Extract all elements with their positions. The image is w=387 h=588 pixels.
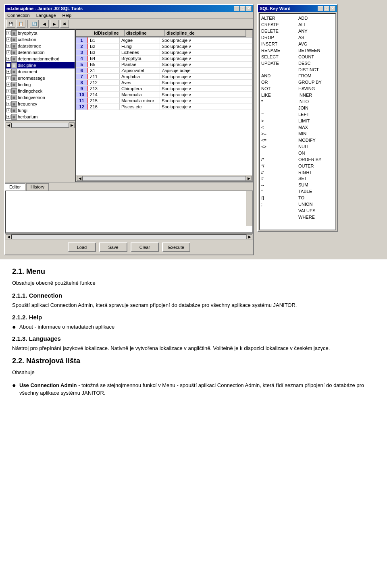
tree-expand-icon[interactable]: + [6, 102, 10, 106]
tab-history[interactable]: History [26, 183, 49, 190]
table-row[interactable]: 4 B4 Bryophyta Spolupracuje v [76, 56, 252, 62]
tree-expand-icon[interactable]: + [6, 76, 10, 80]
kw-item[interactable]: TABLE [298, 188, 334, 195]
editor-scroll-right[interactable]: ▶ [247, 234, 252, 239]
kw-item[interactable]: WHERE [298, 214, 334, 221]
tree-expand-icon[interactable]: + [6, 70, 10, 74]
grid-scroll-left[interactable]: ◀ [77, 176, 83, 181]
kw-item[interactable]: /* [261, 157, 297, 163]
kw-item[interactable]: LEFT [298, 112, 334, 118]
kw-item[interactable]: < [261, 124, 297, 131]
table-row[interactable]: 12 Z16 Pisces.etc Spolupracuje v [76, 104, 252, 110]
kw-item[interactable]: ANY [298, 28, 334, 35]
table-row[interactable]: 11 Z15 Mammalia minor Spolupracuje v [76, 98, 252, 104]
editor-body[interactable] [5, 190, 253, 233]
table-row[interactable]: 10 Z14 Mammalia Spolupracuje v [76, 92, 252, 98]
tb-delete-btn[interactable]: ✖ [60, 20, 69, 28]
kw-item[interactable]: <> [261, 144, 297, 150]
kw-item[interactable]: ADD [298, 15, 334, 22]
table-row[interactable]: 3 B3 Lichenes Spolupracuje v [76, 50, 252, 56]
tb-edit-btn[interactable]: 📋 [17, 20, 25, 28]
col-header-desc[interactable]: discipline_de [165, 30, 246, 37]
tree-item-frequency[interactable]: + ▤ frequency [6, 101, 75, 107]
kw-item[interactable]: DESC [298, 60, 334, 67]
kw-item[interactable]: = [261, 112, 297, 118]
tree-item-collection[interactable]: + ▤ collection [6, 36, 75, 43]
kw-item[interactable]: DELETE [261, 28, 297, 35]
table-row[interactable]: 5 B5 Plantae Spolupracuje v [76, 62, 252, 68]
save-button[interactable]: Save [99, 242, 127, 252]
table-row[interactable]: 1 B1 Algae Spolupracuje v [76, 37, 252, 43]
kw-item[interactable]: # [261, 176, 297, 182]
kw-item[interactable]: NULL [298, 144, 334, 150]
tree-expand-icon[interactable]: + [6, 115, 10, 119]
kw-close-btn[interactable]: ✕ [330, 6, 335, 11]
editor-hscrollbar[interactable]: ◀ ▶ [5, 233, 253, 240]
tree-expand-icon[interactable]: + [6, 63, 10, 67]
kw-item[interactable]: MODIFY [298, 137, 334, 144]
tree-item-bryophyta[interactable]: + ▤ bryophyta [6, 30, 75, 36]
kw-item[interactable]: UPDATE [261, 60, 297, 67]
kw-minimize-btn[interactable]: _ [318, 6, 323, 11]
tab-editor[interactable]: Editor [5, 183, 25, 190]
kw-item[interactable]: -- [261, 182, 297, 188]
tb-refresh-btn[interactable]: 🔄 [30, 20, 39, 28]
kw-item[interactable]: JOIN [298, 105, 334, 112]
tb-save-btn[interactable]: 💾 [6, 20, 15, 28]
kw-item[interactable]: MAX [298, 124, 334, 131]
editor-scroll-left[interactable]: ◀ [6, 234, 11, 239]
menu-language[interactable]: Language [35, 12, 57, 18]
load-button[interactable]: Load [68, 242, 96, 252]
kw-item[interactable]: AND [261, 73, 297, 79]
kw-item[interactable]: */ [261, 163, 297, 170]
tree-item-document[interactable]: + ▤ document [6, 68, 75, 75]
kw-item[interactable]: DISTINCT [298, 67, 334, 73]
table-row[interactable]: 2 B2 Fungi Spolupracuje v [76, 43, 252, 50]
kw-item[interactable]: ; [261, 201, 297, 208]
kw-item[interactable]: > [261, 118, 297, 124]
kw-item[interactable]: UNION [298, 201, 334, 208]
col-header-disc[interactable]: discipline [125, 30, 165, 37]
grid-hscrollbar[interactable]: ◀ ▶ [76, 175, 252, 181]
menu-connection[interactable]: Connection [6, 12, 31, 18]
kw-item[interactable]: AVG [298, 41, 334, 48]
tree-expand-icon[interactable]: + [6, 31, 10, 35]
kw-item[interactable]: NOT [261, 86, 297, 92]
scroll-left-btn[interactable]: ◀ [6, 122, 11, 128]
col-header-id[interactable]: idDiscipline [92, 30, 125, 37]
kw-item[interactable]: CREATE [261, 22, 297, 28]
kw-item[interactable]: ALL [298, 22, 334, 28]
tree-expand-icon[interactable]: + [6, 44, 10, 48]
tree-item-errormessage[interactable]: + ▤ errormessage [6, 75, 75, 81]
kw-item[interactable]: COUNT [298, 54, 334, 60]
minimize-button[interactable]: _ [234, 6, 239, 11]
kw-item[interactable]: DROP [261, 35, 297, 41]
kw-item[interactable]: SUM [298, 182, 334, 188]
kw-item[interactable]: SELECT [261, 54, 297, 60]
kw-item[interactable]: LIKE [261, 92, 297, 99]
table-row[interactable]: 9 Z13 Chiroptera Spolupracuje v [76, 86, 252, 92]
kw-item[interactable]: BETWEEN [298, 48, 334, 54]
kw-item[interactable]: RENAME [261, 48, 297, 54]
tree-expand-icon[interactable]: + [6, 83, 10, 87]
tree-item-discipline[interactable]: + ▤ discipline [6, 62, 75, 68]
tree-expand-icon[interactable]: + [6, 108, 10, 112]
tree-expand-icon[interactable]: + [6, 37, 10, 41]
scroll-right-btn[interactable]: ▶ [69, 122, 75, 128]
tree-item-finding[interactable]: + ▤ finding [6, 81, 75, 88]
tree-item-datastorage[interactable]: + ▤ datastorage [6, 43, 75, 49]
kw-item[interactable]: ALTER [261, 15, 297, 22]
maximize-button[interactable]: □ [240, 6, 246, 11]
grid-scroll-right[interactable]: ▶ [246, 176, 252, 181]
tb-forward-btn[interactable]: ▶ [50, 20, 59, 28]
tree-item-findingversion[interactable]: + ▤ findingversion [6, 94, 75, 101]
kw-item[interactable]: LIMIT [298, 118, 334, 124]
kw-item[interactable]: {} [261, 195, 297, 201]
kw-item[interactable]: // [261, 170, 297, 176]
tb-back-btn[interactable]: ◀ [40, 20, 49, 28]
table-row[interactable]: 8 Z12 Aves Spolupracuje v [76, 80, 252, 86]
tree-expand-icon[interactable]: + [6, 95, 10, 99]
kw-item[interactable]: ON [298, 150, 334, 157]
kw-item[interactable]: INSERT [261, 41, 297, 48]
kw-maximize-btn[interactable]: □ [324, 6, 329, 11]
